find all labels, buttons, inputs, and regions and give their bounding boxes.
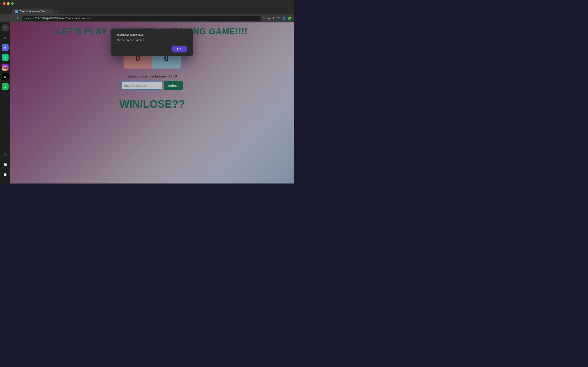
sidebar-icon-instagram[interactable]: 📷: [2, 64, 9, 71]
sidebar-icon-more[interactable]: •••: [2, 181, 9, 184]
page-background: LET'S PLAY A NUMBER GUESSING GAME!!!! SK…: [10, 22, 294, 184]
tabs-bar: G Guess the Number Gam × +: [0, 7, 294, 14]
sidebar-icon-twitter[interactable]: 𝕏: [2, 73, 9, 80]
address-bar: ‹ › ↻ localhost:63342/Belajar%20JS/Guess…: [0, 14, 294, 22]
dialog-origin: localhost:63342 says: [117, 33, 187, 36]
sidebar: ⌂ ☆ A ✦ 📷 𝕏 ♫ ♡ 📊 🕐 •••: [0, 22, 10, 184]
extensions-icon[interactable]: 🧩: [288, 17, 292, 20]
toolbar-icons: 🛡 ▶ ⬇ ☰ 👤 🧩: [263, 17, 292, 20]
tab-favicon: G: [15, 10, 18, 13]
sidebar-icon-heart[interactable]: ♡: [2, 151, 9, 158]
new-tab-button[interactable]: +: [53, 8, 59, 14]
play-icon: ▶: [268, 17, 270, 20]
download-icon: ⬇: [272, 17, 275, 20]
sidebar-icon-arco[interactable]: A: [2, 44, 9, 51]
sidebar-bottom: ♡ 📊 🕐 •••: [2, 151, 9, 184]
sidebar-icon-chart[interactable]: 📊: [2, 161, 9, 168]
close-button[interactable]: [3, 2, 6, 5]
dialog-ok-button[interactable]: OK: [172, 46, 187, 52]
sidebar-icon-history[interactable]: 🕐: [2, 171, 9, 178]
url-text: localhost:63342/Belajar%20JS/GuessTheNum…: [25, 17, 90, 20]
menu-icon[interactable]: ☰: [277, 17, 280, 20]
url-bar[interactable]: localhost:63342/Belajar%20JS/GuessTheNum…: [22, 16, 261, 21]
shield-icon: 🛡: [263, 17, 266, 20]
dialog-overlay: localhost:63342 says Please enter a numb…: [10, 22, 294, 184]
sidebar-icon-home[interactable]: ⌂: [2, 25, 9, 31]
active-tab[interactable]: G Guess the Number Gam ×: [12, 8, 53, 14]
dialog-message: Please enter a number!: [117, 39, 187, 42]
traffic-lights: [0, 2, 14, 5]
minimize-button[interactable]: [7, 2, 9, 5]
profile-icon[interactable]: 👤: [282, 17, 286, 20]
browser-content: LET'S PLAY A NUMBER GUESSING GAME!!!! SK…: [10, 22, 294, 184]
dialog-footer: OK: [117, 46, 187, 52]
sidebar-icon-chatgpt[interactable]: ✦: [2, 54, 9, 61]
back-button[interactable]: ‹: [2, 16, 7, 21]
tab-close-button[interactable]: ×: [48, 10, 51, 13]
browser-body: ⌂ ☆ A ✦ 📷 𝕏 ♫ ♡ 📊 🕐 ••• LET'S PLAY A NUM…: [0, 22, 294, 184]
sidebar-icon-spotify[interactable]: ♫: [2, 83, 9, 90]
tab-label: Guess the Number Gam: [20, 10, 46, 13]
sidebar-icon-star[interactable]: ☆: [2, 34, 9, 41]
forward-button[interactable]: ›: [9, 16, 14, 21]
title-bar: [0, 0, 294, 7]
reload-button[interactable]: ↻: [16, 16, 20, 21]
alert-dialog: localhost:63342 says Please enter a numb…: [111, 29, 193, 56]
fullscreen-button[interactable]: [11, 2, 14, 5]
